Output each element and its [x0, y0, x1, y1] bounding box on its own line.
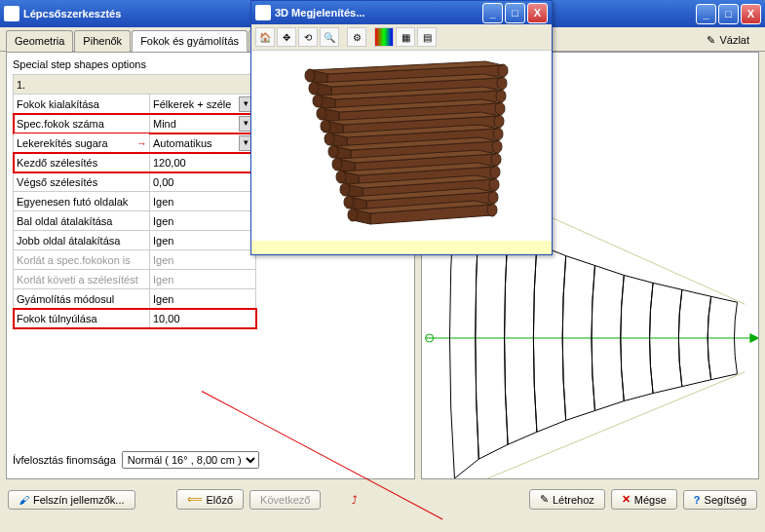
prop-value[interactable]: 0,00 — [150, 172, 256, 192]
tab-geometria[interactable]: Geometria — [6, 30, 73, 52]
table-row: Kezdő szélesítés120,00 — [14, 153, 256, 172]
surface-props-button[interactable]: 🖌Felszín jellemzők... — [8, 490, 135, 510]
svg-point-39 — [328, 145, 338, 158]
svg-point-41 — [491, 153, 501, 166]
svg-point-51 — [489, 178, 499, 191]
preview-3d-window: 3D Megjelenítés... _ □ X 🏠 ✥ ⟲ 🔍 ⚙ ▦ ▤ — [250, 0, 553, 255]
svg-point-29 — [321, 120, 330, 133]
svg-point-9 — [305, 69, 315, 82]
prop-label: Spec.fokok száma — [14, 114, 150, 133]
svg-point-31 — [493, 128, 503, 140]
svg-point-61 — [487, 204, 497, 216]
maximize-button[interactable]: □ — [718, 4, 739, 24]
table-header[interactable]: 1. — [14, 75, 256, 95]
palette-icon[interactable] — [374, 27, 394, 47]
prop-label: Korlát követi a szélesítést — [14, 270, 150, 289]
subwin-icon — [255, 5, 271, 20]
tab-fokok[interactable]: Fokok és gyámolítás — [132, 30, 248, 52]
svg-point-21 — [495, 102, 505, 115]
prop-label: Kezdő szélesítés — [14, 153, 150, 172]
subwin-status — [251, 241, 552, 254]
svg-point-11 — [497, 77, 507, 90]
pencil-icon: ✎ — [540, 493, 549, 506]
zoom-icon[interactable]: 🔍 — [320, 27, 339, 47]
prop-label: Bal oldal átalakítása — [14, 211, 150, 231]
subwin-toolbar: 🏠 ✥ ⟲ 🔍 ⚙ ▦ ▤ — [251, 24, 552, 51]
refinement-row: Ívfelosztás finomsága Normál ( 16° , 8,0… — [13, 451, 259, 469]
svg-point-16 — [496, 90, 506, 102]
next-button[interactable]: Következő — [249, 490, 321, 510]
svg-point-64 — [348, 209, 358, 221]
minimize-button[interactable]: _ — [696, 4, 716, 24]
svg-point-19 — [313, 95, 323, 107]
prop-value[interactable]: Automatikus▾ — [150, 133, 256, 153]
cancel-button[interactable]: ✕Mégse — [611, 489, 677, 510]
sketch-button[interactable]: ✎ Vázlat — [697, 29, 759, 51]
table-row: Korlát a spec.fokokon isIgen — [14, 250, 256, 270]
prop-value[interactable]: Igen — [150, 192, 256, 211]
prev-button[interactable]: ⟸Előző — [176, 489, 245, 510]
table-row: Spec.fokok számaMind▾ — [14, 114, 256, 133]
table-row: Fokok kialakításaFélkerek + széle▾ — [14, 95, 256, 114]
help-icon: ? — [694, 494, 701, 506]
axis-icon[interactable]: ⤴ — [352, 494, 358, 506]
refinement-label: Ívfelosztás finomsága — [13, 454, 116, 466]
table-row: Bal oldal átalakításaIgen — [14, 211, 256, 231]
refinement-select[interactable]: Normál ( 16° , 8,00 cm ) — [122, 451, 259, 469]
settings-icon[interactable]: ⚙ — [347, 27, 366, 47]
subwin-minimize[interactable]: _ — [482, 3, 503, 23]
svg-point-24 — [317, 107, 326, 120]
prop-label: Lekerekítés sugara→ — [14, 133, 150, 153]
main-title: Lépcsőszerkesztés — [23, 8, 121, 19]
app-icon — [4, 6, 19, 21]
prop-label: Fokok túlnyúlása — [14, 309, 150, 328]
prop-value[interactable]: Igen — [150, 270, 256, 289]
prop-value[interactable]: Igen — [150, 231, 256, 250]
prop-value[interactable]: Igen — [150, 289, 256, 309]
tab-pihenok[interactable]: Pihenők — [74, 30, 131, 52]
preview-3d-canvas[interactable] — [251, 51, 552, 241]
svg-marker-1 — [749, 333, 758, 343]
prop-value[interactable]: Igen — [150, 211, 256, 231]
table-row: Végső szélesítés0,00 — [14, 172, 256, 192]
pencil-icon: ✎ — [707, 34, 715, 47]
prop-value[interactable]: 10,00 — [150, 309, 256, 328]
svg-point-26 — [494, 115, 504, 128]
svg-point-14 — [309, 82, 319, 95]
table-row: Fokok túlnyúlása10,00 — [14, 309, 256, 328]
table-row: Gyámolítás módosulIgen — [14, 289, 256, 309]
annotation-arrow: → — [136, 137, 147, 149]
prop-value[interactable]: Félkerek + széle▾ — [150, 95, 256, 114]
svg-point-46 — [490, 166, 500, 178]
table-row: Jobb oldal átalakításaIgen — [14, 231, 256, 250]
pan-icon[interactable]: ✥ — [277, 27, 296, 47]
subwin-title: 3D Megjelenítés... — [275, 7, 364, 19]
home-icon[interactable]: 🏠 — [255, 27, 275, 47]
subwin-titlebar[interactable]: 3D Megjelenítés... _ □ X — [251, 1, 552, 24]
prev-icon: ⟸ — [187, 493, 203, 506]
prop-value[interactable]: Igen — [150, 250, 256, 270]
subwin-close[interactable]: X — [527, 3, 548, 23]
button-bar: 🖌Felszín jellemzők... ⟸Előző Következő ⤴… — [0, 485, 765, 513]
stair-3d-svg — [251, 51, 552, 241]
brush-icon: 🖌 — [19, 494, 29, 506]
table-row: Egyenesen futó oldalakIgen — [14, 192, 256, 211]
wireframe-icon[interactable]: ▦ — [396, 27, 415, 47]
svg-point-44 — [332, 158, 342, 171]
render-icon[interactable]: ▤ — [417, 27, 437, 47]
svg-point-56 — [488, 191, 498, 204]
prop-label: Korlát a spec.fokokon is — [14, 250, 150, 270]
sketch-label: Vázlat — [719, 34, 749, 46]
rotate-icon[interactable]: ⟲ — [298, 27, 318, 47]
prop-value[interactable]: 120,00 — [150, 153, 256, 172]
subwin-maximize[interactable]: □ — [505, 3, 525, 23]
prop-label: Fokok kialakítása — [14, 95, 150, 114]
prop-value[interactable]: Mind▾ — [150, 114, 256, 133]
property-table: 1. Fokok kialakításaFélkerek + széle▾Spe… — [13, 74, 256, 328]
help-button[interactable]: ?Segítség — [683, 490, 757, 510]
cancel-icon: ✕ — [622, 493, 631, 506]
prop-label: Végső szélesítés — [14, 172, 150, 192]
create-button[interactable]: ✎Létrehoz — [529, 489, 605, 510]
close-button[interactable]: X — [741, 4, 761, 24]
svg-point-54 — [340, 183, 350, 196]
